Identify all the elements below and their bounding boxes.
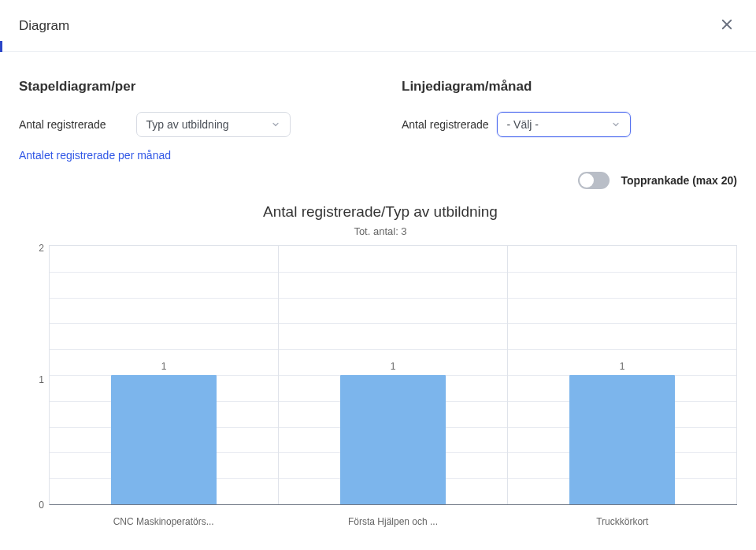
- line-chart-controls: Linjediagram/månad Antal registrerade - …: [402, 79, 737, 162]
- close-icon: [720, 17, 734, 32]
- top-ranked-toggle[interactable]: [578, 172, 610, 189]
- bar-type-select[interactable]: Typ av utbildning: [136, 112, 291, 137]
- registered-per-month-link[interactable]: Antalet registrerade per månad: [19, 149, 171, 162]
- toggle-row: Topprankade (max 20): [19, 172, 737, 189]
- x-axis-label: Första Hjälpen och ...: [278, 516, 507, 527]
- left-accent-bar: [0, 41, 2, 52]
- plot-area: 111: [49, 245, 737, 505]
- y-tick: 1: [39, 375, 44, 385]
- line-type-select-value: - Välj -: [507, 118, 539, 131]
- top-ranked-label: Topprankade (max 20): [621, 174, 737, 187]
- modal-title: Diagram: [19, 18, 69, 34]
- bar-chart-controls: Stapeldiagram/per Antal registrerade Typ…: [19, 79, 354, 162]
- bar: [340, 375, 445, 504]
- plot-outer: 2 1 0 111: [24, 245, 737, 505]
- y-tick: 0: [39, 500, 44, 510]
- x-axis-label: CNC Maskinoperatörs...: [49, 516, 278, 527]
- line-controls-heading: Linjediagram/månad: [402, 79, 737, 95]
- line-count-label: Antal registrerade: [402, 118, 489, 131]
- x-axis-label: Truckkörkort: [508, 516, 737, 527]
- toggle-knob: [580, 173, 594, 188]
- bar: [111, 375, 216, 504]
- bar-value-label: 1: [391, 361, 396, 372]
- close-button[interactable]: [717, 14, 737, 37]
- modal-header: Diagram: [0, 0, 756, 52]
- bar-value-label: 1: [161, 361, 167, 372]
- chart-column: 1: [508, 246, 737, 504]
- bar-controls-heading: Stapeldiagram/per: [19, 79, 354, 95]
- controls-row: Stapeldiagram/per Antal registrerade Typ…: [19, 79, 737, 162]
- chart-container: Antal registrerade/Typ av utbildning Tot…: [19, 203, 737, 527]
- chevron-down-icon: [271, 120, 280, 129]
- chart-column: 1: [279, 246, 508, 504]
- bar-value-label: 1: [620, 361, 625, 372]
- y-tick: 2: [39, 243, 44, 253]
- bar: [569, 375, 674, 504]
- chevron-down-icon: [611, 120, 621, 129]
- chart-subtitle: Tot. antal: 3: [24, 225, 737, 237]
- line-type-select[interactable]: - Välj -: [497, 112, 631, 137]
- bar-count-label: Antal registrerade: [19, 118, 106, 131]
- x-axis-labels: CNC Maskinoperatörs...Första Hjälpen och…: [49, 516, 737, 527]
- bar-type-select-value: Typ av utbildning: [146, 118, 229, 131]
- chart-column: 1: [50, 246, 279, 504]
- y-axis: 2 1 0: [24, 245, 49, 505]
- chart-title: Antal registrerade/Typ av utbildning: [24, 203, 737, 221]
